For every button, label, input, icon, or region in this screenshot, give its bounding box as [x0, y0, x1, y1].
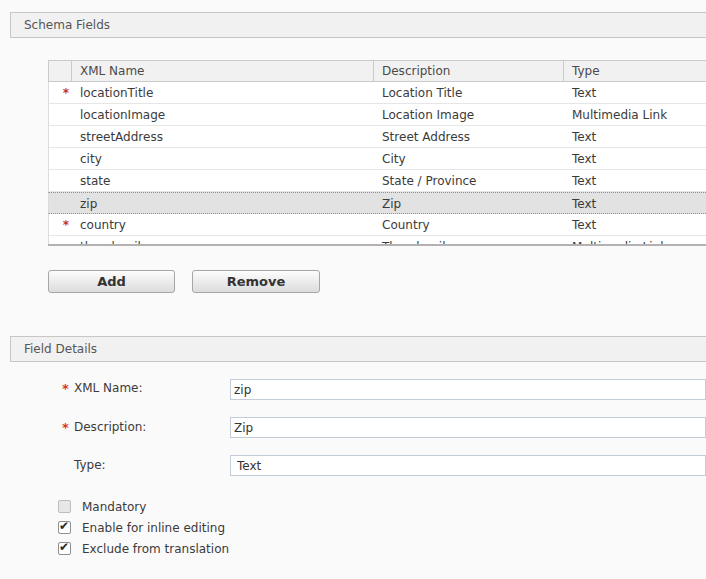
required-marker: *	[62, 381, 72, 396]
mandatory-checkbox-row: Mandatory	[58, 499, 146, 514]
cell-type: Text	[564, 126, 706, 147]
cell-description: Zip	[374, 193, 564, 213]
cell-description: City	[374, 148, 564, 169]
exclude-translation-checkbox[interactable]	[58, 542, 71, 555]
cell-type: Text	[564, 193, 706, 213]
table-row[interactable]: *countryCountryText	[48, 214, 706, 236]
required-marker-empty	[49, 193, 72, 213]
mandatory-label: Mandatory	[82, 500, 146, 514]
add-button[interactable]: Add	[48, 270, 175, 293]
schema-fields-table: XML Name Description Type *locationTitle…	[48, 60, 706, 246]
schema-fields-section-header: Schema Fields	[10, 12, 706, 38]
inline-editing-label: Enable for inline editing	[82, 521, 225, 535]
xml-name-label: XML Name:	[74, 381, 143, 395]
cell-description: Street Address	[374, 126, 564, 147]
required-marker-empty	[49, 148, 72, 169]
table-row[interactable]: thumbnailThumbnailMultimedia Link	[48, 236, 706, 244]
schema-fields-title: Schema Fields	[24, 18, 110, 32]
table-row[interactable]: streetAddressStreet AddressText	[48, 126, 706, 148]
table-row[interactable]: stateState / ProvinceText	[48, 170, 706, 192]
mandatory-checkbox[interactable]	[58, 500, 71, 513]
description-label: Description:	[74, 420, 146, 434]
required-marker-empty	[49, 236, 72, 244]
cell-xml-name: country	[72, 214, 374, 235]
inline-editing-checkbox-row: Enable for inline editing	[58, 520, 225, 535]
cell-xml-name: locationTitle	[72, 82, 374, 103]
cell-type: Text	[564, 214, 706, 235]
required-marker-empty	[49, 170, 72, 191]
inline-editing-checkbox[interactable]	[58, 521, 71, 534]
table-row[interactable]: locationImageLocation ImageMultimedia Li…	[48, 104, 706, 126]
cell-description: Location Image	[374, 104, 564, 125]
type-label: Type:	[74, 458, 106, 472]
table-row[interactable]: zipZipText	[48, 192, 706, 214]
cell-description: Location Title	[374, 82, 564, 103]
required-marker-empty	[49, 126, 72, 147]
cell-xml-name: city	[72, 148, 374, 169]
type-field[interactable]	[230, 455, 706, 476]
cell-description: State / Province	[374, 170, 564, 191]
required-marker-empty	[49, 104, 72, 125]
table-body: *locationTitleLocation TitleTextlocation…	[48, 82, 706, 244]
column-header-xml-name[interactable]: XML Name	[72, 61, 374, 81]
required-marker: *	[49, 214, 72, 235]
required-column-header	[49, 61, 72, 81]
cell-type: Multimedia Link	[564, 236, 706, 244]
cell-type: Text	[564, 170, 706, 191]
column-header-description[interactable]: Description	[374, 61, 564, 81]
column-header-type[interactable]: Type	[564, 61, 706, 81]
cell-xml-name: state	[72, 170, 374, 191]
description-field[interactable]	[230, 417, 706, 438]
xml-name-field[interactable]	[230, 379, 706, 400]
cell-description: Country	[374, 214, 564, 235]
cell-type: Text	[564, 148, 706, 169]
cell-xml-name: streetAddress	[72, 126, 374, 147]
cell-description: Thumbnail	[374, 236, 564, 244]
remove-button[interactable]: Remove	[192, 270, 320, 293]
exclude-translation-label: Exclude from translation	[82, 542, 229, 556]
cell-type: Text	[564, 82, 706, 103]
table-row[interactable]: *locationTitleLocation TitleText	[48, 82, 706, 104]
cell-xml-name: locationImage	[72, 104, 374, 125]
field-details-title: Field Details	[24, 342, 97, 356]
required-marker: *	[49, 82, 72, 103]
cell-xml-name: thumbnail	[72, 236, 374, 244]
cell-xml-name: zip	[72, 193, 374, 213]
exclude-translation-checkbox-row: Exclude from translation	[58, 541, 229, 556]
cell-type: Multimedia Link	[564, 104, 706, 125]
field-details-section-header: Field Details	[10, 336, 706, 362]
required-marker: *	[62, 420, 72, 435]
table-header-row: XML Name Description Type	[48, 60, 706, 82]
table-row[interactable]: cityCityText	[48, 148, 706, 170]
